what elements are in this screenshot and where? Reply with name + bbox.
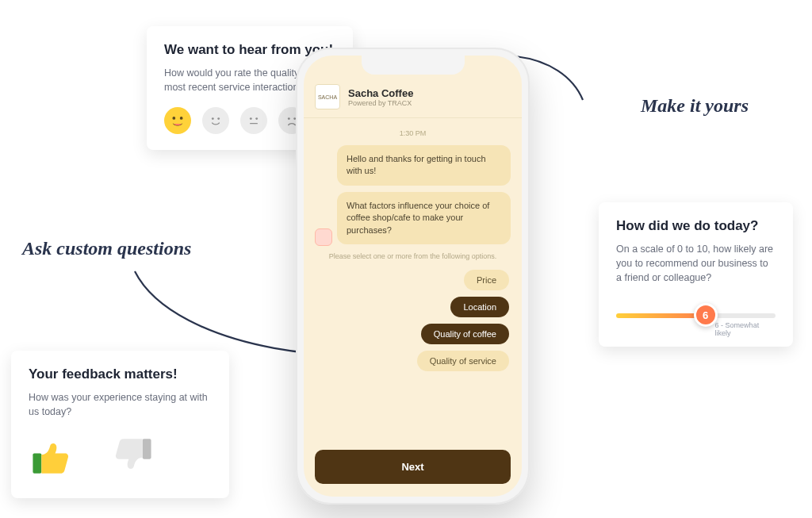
emoji-grinning-icon[interactable] [164,107,191,134]
bot-avatar-icon [315,228,332,246]
phone-frame: SACHA Sacha Coffee Powered by TRACX 1:30… [296,48,530,505]
svg-point-0 [167,110,188,131]
thumbs-up-icon[interactable] [29,433,75,482]
svg-rect-11 [143,439,151,459]
emoji-smile-icon[interactable] [202,107,229,134]
chat-message: Hello and thanks for getting in touch wi… [337,145,511,186]
chat-options: Price Location Quality of coffee Quality… [315,270,511,371]
thumbs-down-icon[interactable] [109,433,155,482]
nps-slider[interactable]: 6 6 - Somewhat likely [616,302,776,331]
svg-point-6 [255,117,258,120]
annotation-ask-custom-questions: Ask custom questions [22,238,191,259]
next-button[interactable]: Next [315,450,511,484]
nps-slider-value-label: 6 - Somewhat likely [715,321,776,337]
chat-body: 1:30 PM Hello and thanks for getting in … [304,118,522,450]
nps-slider-handle[interactable]: 6 [694,303,718,327]
card-nps: How did we do today? On a scale of 0 to … [599,202,793,347]
brand-logo-icon: SACHA [315,84,340,109]
annotation-make-it-yours: Make it yours [641,95,749,117]
chat-powered-by: Powered by TRACX [348,99,413,107]
svg-point-3 [212,117,214,120]
card-thumbs-question: How was your experience staying at with … [29,390,212,419]
option-quality-coffee[interactable]: Quality of coffee [421,324,509,344]
card-nps-question: On a scale of 0 to 10, how likely are yo… [616,242,776,285]
phone-screen: SACHA Sacha Coffee Powered by TRACX 1:30… [304,56,522,497]
svg-point-5 [250,117,252,120]
phone-notch [362,56,465,75]
card-thumbs-title: Your feedback matters! [29,366,212,382]
chat-header: SACHA Sacha Coffee Powered by TRACX [304,79,522,118]
chat-message: What factors influence your choice of co… [337,192,511,244]
svg-point-4 [217,117,220,120]
card-nps-title: How did we do today? [616,218,776,234]
emoji-neutral-icon[interactable] [240,107,267,134]
svg-point-2 [180,117,183,120]
card-thumbs: Your feedback matters! How was your expe… [11,351,229,498]
option-quality-service[interactable]: Quality of service [417,351,509,371]
chat-hint: Please select one or more from the follo… [315,252,511,260]
chat-brand-name: Sacha Coffee [348,87,413,99]
svg-rect-10 [33,454,41,474]
option-location[interactable]: Location [450,297,509,317]
svg-point-1 [172,117,175,120]
svg-point-8 [288,117,290,120]
option-price[interactable]: Price [464,270,509,290]
chat-timestamp: 1:30 PM [315,129,511,137]
